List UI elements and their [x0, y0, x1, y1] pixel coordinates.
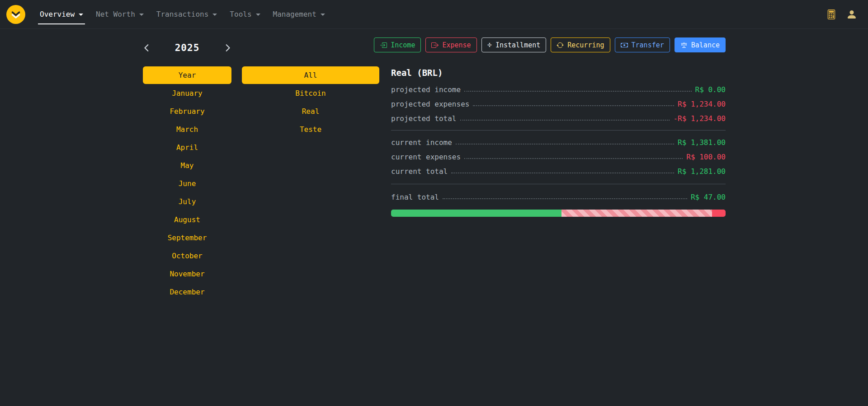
division-icon: ÷	[487, 41, 492, 49]
row-value: -R$ 1,234.00	[673, 114, 726, 123]
month-june[interactable]: June	[143, 174, 231, 192]
account-real[interactable]: Real	[242, 102, 379, 120]
transaction-type-filters: Income Expense ÷ Installment Recurr	[391, 37, 726, 52]
row-value: R$ 1,281.00	[678, 167, 726, 176]
dotted-leader	[451, 173, 674, 173]
accounts-list: Bitcoin Real Teste	[242, 84, 379, 138]
month-january[interactable]: January	[143, 84, 231, 102]
year-navigator: 2025	[143, 40, 231, 56]
nav-item-overview[interactable]: Overview	[33, 0, 90, 29]
row-value: R$ 1,381.00	[678, 138, 726, 147]
scales-icon	[680, 42, 688, 49]
row-label: projected total	[391, 114, 457, 123]
transfer-filter-button[interactable]: Transfer	[615, 37, 670, 52]
dotted-leader	[464, 158, 683, 159]
box-arrow-in-icon	[380, 42, 387, 49]
row-label: projected income	[391, 85, 461, 94]
nav-item-net-worth[interactable]: Net Worth	[90, 0, 150, 29]
installment-filter-button[interactable]: ÷ Installment	[481, 37, 547, 52]
filter-label: Balance	[691, 41, 720, 49]
row-label: current income	[391, 138, 452, 147]
row-value: R$ 0.00	[695, 85, 726, 94]
nav-label: Management	[273, 10, 316, 19]
month-december[interactable]: December	[143, 283, 231, 301]
year-button[interactable]: Year	[143, 66, 231, 84]
income-filter-button[interactable]: Income	[374, 37, 421, 52]
next-year-button[interactable]	[223, 44, 231, 52]
summary-panel: Income Expense ÷ Installment Recurr	[391, 37, 726, 217]
dotted-leader	[473, 105, 674, 106]
summary-row-current-total: current total R$ 1,281.00	[391, 164, 726, 178]
month-september[interactable]: September	[143, 229, 231, 247]
repeat-arrows-icon	[557, 42, 564, 49]
current-rows: current income R$ 1,381.00 current expen…	[391, 135, 726, 178]
progress-current-expense-segment	[712, 210, 726, 217]
summary-row-current-income: current income R$ 1,381.00	[391, 135, 726, 149]
calculator-icon[interactable]	[826, 9, 836, 19]
month-october[interactable]: October	[143, 247, 231, 265]
nav-label: Net Worth	[96, 10, 135, 19]
filter-label: Expense	[442, 41, 471, 49]
month-august[interactable]: August	[143, 210, 231, 229]
previous-year-button[interactable]	[143, 44, 151, 52]
filter-label: Recurring	[567, 41, 604, 49]
nav-item-management[interactable]: Management	[267, 0, 331, 29]
all-accounts-button[interactable]: All	[242, 66, 379, 84]
nav-label: Transactions	[156, 10, 209, 19]
row-value: R$ 1,234.00	[678, 100, 726, 108]
logo-chevrons-icon	[10, 9, 22, 20]
summary-row-final-total: final total R$ 47.00	[391, 190, 726, 204]
dotted-leader	[443, 198, 687, 199]
dotted-leader	[456, 144, 674, 145]
row-value: R$ 100.00	[686, 153, 726, 161]
section-divider	[391, 130, 726, 131]
dotted-leader	[460, 120, 670, 121]
expense-filter-button[interactable]: Expense	[425, 37, 476, 52]
month-february[interactable]: February	[143, 102, 231, 120]
app-logo[interactable]	[6, 5, 25, 24]
user-icon[interactable]	[846, 9, 857, 20]
nav-label: Tools	[230, 10, 251, 19]
chevron-down-icon	[256, 14, 260, 16]
row-label: projected expenses	[391, 100, 469, 108]
cash-icon	[621, 42, 628, 49]
month-may[interactable]: May	[143, 156, 231, 174]
month-march[interactable]: March	[143, 120, 231, 138]
filter-label: Transfer	[632, 41, 664, 49]
balance-filter-button[interactable]: Balance	[675, 37, 726, 52]
top-navbar: Overview Net Worth Transactions Tools Ma…	[0, 0, 868, 29]
current-year: 2025	[175, 42, 200, 53]
progress-projected-expense-segment	[561, 210, 712, 217]
navbar-actions	[826, 9, 862, 20]
account-bitcoin[interactable]: Bitcoin	[242, 84, 379, 102]
chevron-down-icon	[139, 14, 144, 16]
box-arrow-out-icon	[431, 42, 439, 49]
projected-rows: projected income R$ 0.00 projected expen…	[391, 82, 726, 126]
dotted-leader	[464, 91, 691, 92]
section-divider	[391, 184, 726, 184]
summary-title: Real (BRL)	[391, 67, 726, 79]
nav-item-tools[interactable]: Tools	[223, 0, 266, 29]
chevron-down-icon	[321, 14, 325, 16]
summary-row-projected-income: projected income R$ 0.00	[391, 82, 726, 97]
row-label: final total	[391, 193, 439, 201]
row-label: current total	[391, 167, 448, 176]
month-april[interactable]: April	[143, 138, 231, 156]
summary-row-projected-total: projected total -R$ 1,234.00	[391, 111, 726, 126]
summary-row-projected-expenses: projected expenses R$ 1,234.00	[391, 97, 726, 111]
nav-item-transactions[interactable]: Transactions	[150, 0, 224, 29]
recurring-filter-button[interactable]: Recurring	[551, 37, 610, 52]
progress-income-segment	[391, 210, 561, 217]
row-label: current expenses	[391, 153, 461, 161]
income-expense-progress-bar	[391, 210, 726, 217]
chevron-down-icon	[212, 14, 217, 16]
account-teste[interactable]: Teste	[242, 120, 379, 138]
summary-row-current-expenses: current expenses R$ 100.00	[391, 149, 726, 164]
month-november[interactable]: November	[143, 265, 231, 283]
filter-label: Installment	[495, 41, 540, 49]
filter-label: Income	[391, 41, 415, 49]
months-list: January February March April May June Ju…	[143, 84, 231, 301]
chevron-down-icon	[79, 14, 83, 16]
month-july[interactable]: July	[143, 192, 231, 210]
row-value: R$ 47.00	[691, 193, 726, 201]
